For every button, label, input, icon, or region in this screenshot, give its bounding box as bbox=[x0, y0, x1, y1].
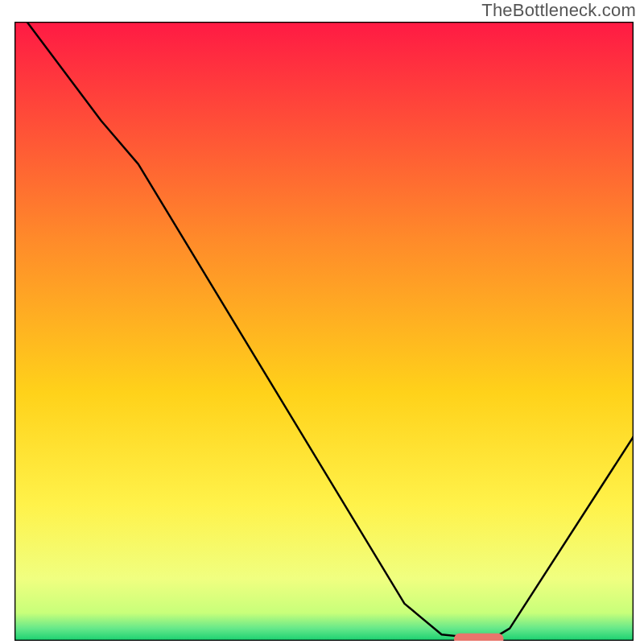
watermark-text: TheBottleneck.com bbox=[481, 0, 636, 21]
optimal-range-marker bbox=[454, 634, 504, 641]
bottleneck-chart: TheBottleneck.com bbox=[0, 0, 644, 644]
plot-area bbox=[14, 22, 634, 641]
chart-svg bbox=[14, 22, 634, 641]
gradient-background bbox=[14, 22, 634, 641]
